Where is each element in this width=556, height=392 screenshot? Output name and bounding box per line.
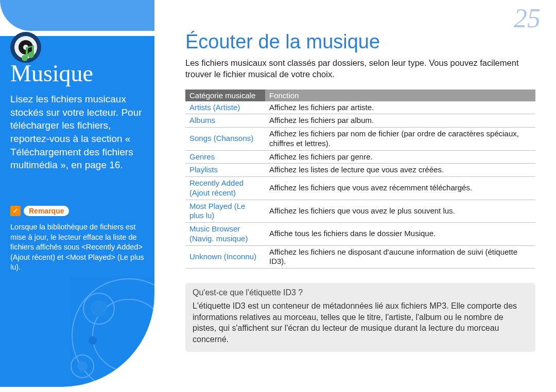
info-question: Qu'est-ce que l'étiquette ID3 ?	[193, 288, 528, 297]
sidebar-intro-text: Lisez les fichiers musicaux stockés sur …	[10, 93, 144, 172]
sidebar-tab	[0, 0, 154, 31]
table-cell-function: Affiche tous les fichiers dans le dossie…	[265, 223, 535, 246]
table-row: Artists (Artiste) Affichez les fichiers …	[185, 101, 535, 114]
table-cell-category: Most Played (Le plus lu)	[185, 200, 265, 223]
page-title: Écouter de la musique	[185, 31, 535, 53]
info-answer: L'étiquette ID3 est un conteneur de méta…	[193, 300, 528, 345]
remark-badge: ✓ Remarque	[10, 206, 69, 216]
main-content: Écouter de la musique Les fichiers music…	[185, 31, 535, 352]
sidebar: Musique Lisez les fichiers musicaux stoc…	[0, 0, 165, 392]
decorative-circles	[62, 269, 154, 387]
remark-label: Remarque	[24, 206, 69, 216]
info-box: Qu'est-ce que l'étiquette ID3 ? L'étique…	[185, 283, 535, 352]
svg-point-5	[77, 361, 88, 371]
table-row: Albums Affichez les fichiers par album.	[185, 114, 535, 128]
table-header-function: Fonction	[265, 90, 535, 101]
table-cell-category: Songs (Chansons)	[185, 128, 265, 151]
table-cell-category: Unknown (Inconnu)	[185, 245, 265, 269]
page-number: 25	[514, 3, 541, 33]
table-cell-function: Affichez les fichiers que vous avez le p…	[265, 200, 535, 223]
table-cell-function: Affichez les fichiers par album.	[265, 114, 535, 128]
svg-point-3	[91, 300, 107, 317]
remark-body-text: Lorsque la bibliothèque de fichiers est …	[10, 222, 144, 273]
table-cell-function: Affichez les fichiers par genre.	[265, 150, 535, 164]
table-row: Unknown (Inconnu) Affichez les fichiers …	[185, 245, 535, 269]
table-row: Songs (Chansons) Affichez les fichiers p…	[185, 128, 535, 151]
table-cell-category: Music Browser (Navig. musique)	[185, 223, 265, 246]
svg-point-6	[89, 336, 97, 345]
main-intro-text: Les fichiers musicaux sont classés par d…	[185, 57, 535, 80]
table-cell-category: Albums	[185, 114, 265, 128]
table-cell-category: Recently Added (Ajout récent)	[185, 177, 265, 200]
table-row: Playlists Affichez les listes de lecture…	[185, 164, 535, 177]
table-cell-category: Genres	[185, 150, 265, 164]
section-title: Musique	[10, 60, 93, 87]
table-row: Music Browser (Navig. musique) Affiche t…	[185, 223, 535, 246]
table-cell-function: Affichez les listes de lecture que vous …	[265, 164, 535, 177]
table-cell-category: Playlists	[185, 164, 265, 177]
table-row: Recently Added (Ajout récent) Affichez l…	[185, 177, 535, 200]
check-icon: ✓	[10, 206, 21, 216]
table-cell-category: Artists (Artiste)	[185, 101, 265, 114]
table-cell-function: Affichez les fichiers ne disposant d'auc…	[265, 245, 535, 269]
table-cell-function: Affichez les fichiers par artiste.	[265, 101, 535, 114]
table-header-category: Catégorie musicale	[185, 90, 265, 101]
table-cell-function: Affichez les fichiers par nom de fichier…	[265, 128, 535, 151]
table-row: Most Played (Le plus lu) Affichez les fi…	[185, 200, 535, 223]
music-icon	[9, 31, 42, 64]
table-row: Genres Affichez les fichiers par genre.	[185, 150, 535, 164]
category-table: Catégorie musicale Fonction Artists (Art…	[185, 90, 535, 269]
table-cell-function: Affichez les fichiers que vous avez réce…	[265, 177, 535, 200]
